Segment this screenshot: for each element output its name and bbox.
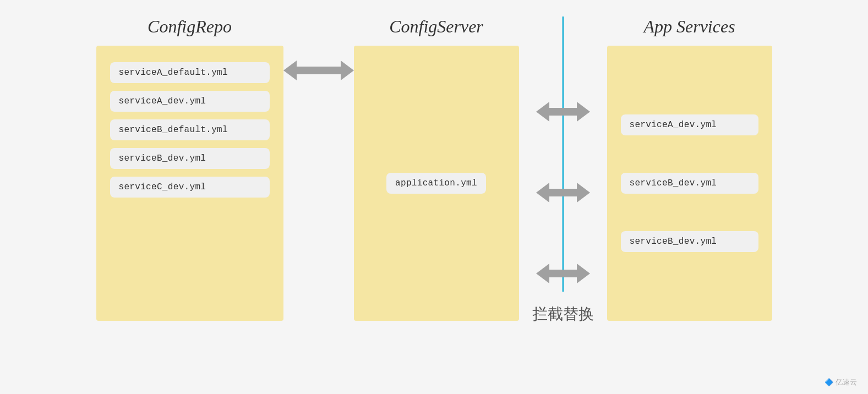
- app-services-title: App Services: [643, 17, 735, 37]
- arrow-left-icon: [536, 264, 549, 283]
- intercept-label: 拦截替换: [532, 304, 594, 325]
- file-item: serviceA_default.yml: [110, 62, 270, 83]
- file-item: serviceB_dev.yml: [110, 148, 270, 169]
- arrow-body: [549, 270, 577, 277]
- arrow-left-icon: [536, 183, 549, 203]
- watermark: 🔷 亿速云: [825, 377, 857, 387]
- arrow-row-bottom: [536, 264, 590, 283]
- arrow-left-icon: [536, 102, 549, 122]
- arrow-right-icon: [577, 264, 590, 283]
- file-item: serviceB_dev.yml: [621, 231, 758, 252]
- diagram-container: ConfigRepo serviceA_default.yml serviceA…: [0, 0, 868, 394]
- app-services-section: App Services serviceA_dev.yml serviceB_d…: [607, 17, 772, 321]
- file-item: serviceC_dev.yml: [110, 177, 270, 198]
- blue-vertical-line: [562, 17, 564, 292]
- config-server-box: application.yml: [354, 46, 519, 321]
- arrow-body: [549, 189, 577, 196]
- arrow-row-middle: [536, 183, 590, 203]
- arrow-row-top: [536, 102, 590, 122]
- arrow-right-icon: [577, 102, 590, 122]
- arrow-body: [549, 108, 577, 116]
- app-services-box: serviceA_dev.yml serviceB_dev.yml servic…: [607, 46, 772, 321]
- arrow-right-icon: [577, 183, 590, 203]
- application-yml-item: application.yml: [386, 173, 486, 194]
- config-repo-box: serviceA_default.yml serviceA_dev.yml se…: [96, 46, 283, 321]
- arrow-left-icon: [283, 61, 297, 80]
- watermark-text: 亿速云: [836, 377, 857, 387]
- file-item: serviceB_dev.yml: [621, 173, 758, 194]
- file-item: serviceA_dev.yml: [621, 114, 758, 135]
- file-item: serviceA_dev.yml: [110, 91, 270, 112]
- watermark-icon: 🔷: [825, 378, 833, 387]
- double-arrow-horizontal: [283, 61, 354, 80]
- arrow-repo-to-server: [283, 17, 354, 80]
- arrow-right-icon: [341, 61, 354, 80]
- intercept-section: 拦截替换: [519, 17, 607, 292]
- config-repo-section: ConfigRepo serviceA_default.yml serviceA…: [96, 17, 283, 321]
- config-server-title: ConfigServer: [389, 17, 483, 37]
- arrow-body: [297, 67, 341, 74]
- file-item: serviceB_default.yml: [110, 119, 270, 140]
- config-repo-title: ConfigRepo: [148, 17, 232, 37]
- config-server-section: ConfigServer application.yml: [354, 17, 519, 321]
